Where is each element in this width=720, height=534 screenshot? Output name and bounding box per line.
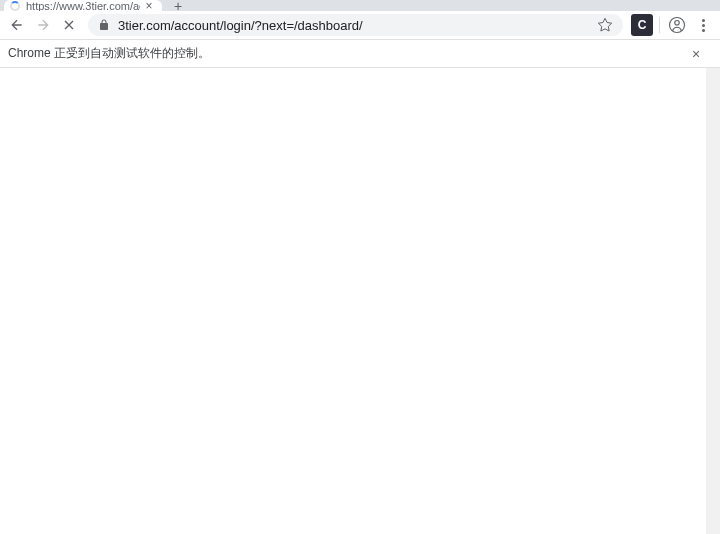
address-bar[interactable]: 3tier.com/account/login/?next=/dashboard… — [88, 14, 623, 36]
back-button[interactable] — [6, 14, 28, 36]
close-icon — [61, 17, 77, 33]
infobar-message: Chrome 正受到自动测试软件的控制。 — [8, 45, 210, 62]
toolbar-separator — [659, 17, 660, 33]
infobar-close-button[interactable]: × — [688, 46, 704, 62]
profile-button[interactable] — [666, 14, 688, 36]
svg-point-1 — [675, 21, 680, 26]
menu-dot-icon — [702, 19, 705, 22]
new-tab-button[interactable]: + — [166, 0, 190, 11]
arrow-left-icon — [9, 17, 25, 33]
extension-icon[interactable]: C — [631, 14, 653, 36]
page-content — [0, 68, 720, 534]
scrollbar-track — [707, 68, 719, 534]
menu-dot-icon — [702, 29, 705, 32]
browser-tab[interactable]: https://www.3tier.com/accou × — [4, 0, 162, 11]
menu-dot-icon — [702, 24, 705, 27]
menu-button[interactable] — [692, 14, 714, 36]
lock-icon — [98, 19, 110, 31]
close-tab-button[interactable]: × — [144, 1, 154, 11]
automation-infobar: Chrome 正受到自动测试软件的控制。 × — [0, 40, 720, 68]
browser-toolbar: 3tier.com/account/login/?next=/dashboard… — [0, 11, 720, 40]
arrow-right-icon — [35, 17, 51, 33]
forward-button[interactable] — [32, 14, 54, 36]
tab-title: https://www.3tier.com/accou — [26, 0, 140, 11]
vertical-scrollbar[interactable] — [706, 68, 720, 534]
person-icon — [668, 16, 686, 34]
tab-strip: https://www.3tier.com/accou × + — [0, 0, 720, 11]
stop-button[interactable] — [58, 14, 80, 36]
url-text: 3tier.com/account/login/?next=/dashboard… — [118, 18, 363, 33]
bookmark-star-icon[interactable] — [597, 17, 613, 33]
loading-spinner-icon — [10, 1, 20, 11]
